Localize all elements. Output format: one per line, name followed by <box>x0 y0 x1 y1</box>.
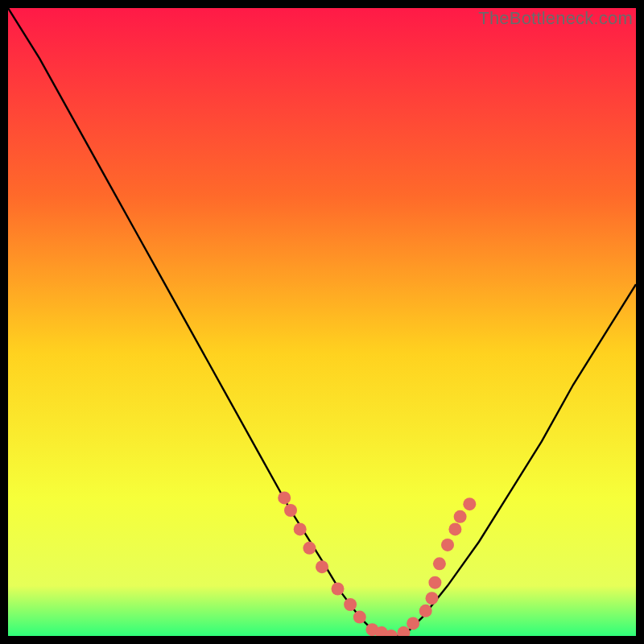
highlight-marker <box>303 542 316 555</box>
watermark-text: TheBottleneck.com <box>478 8 633 29</box>
highlight-marker <box>278 491 291 504</box>
highlight-marker <box>441 539 454 551</box>
highlight-marker <box>433 557 446 570</box>
highlight-marker <box>419 605 432 617</box>
highlight-marker <box>426 592 439 605</box>
bottleneck-chart <box>8 8 636 636</box>
highlight-marker <box>294 522 307 535</box>
highlight-marker <box>332 583 345 596</box>
highlight-marker <box>284 504 297 517</box>
gradient-background <box>8 8 636 636</box>
highlight-marker <box>463 497 476 510</box>
highlight-marker <box>448 522 461 535</box>
highlight-marker <box>407 617 419 630</box>
chart-frame: TheBottleneck.com <box>8 8 636 636</box>
highlight-marker <box>316 560 328 573</box>
highlight-marker <box>454 510 467 523</box>
highlight-marker <box>353 611 366 624</box>
highlight-marker <box>428 576 441 589</box>
highlight-marker <box>344 598 357 611</box>
